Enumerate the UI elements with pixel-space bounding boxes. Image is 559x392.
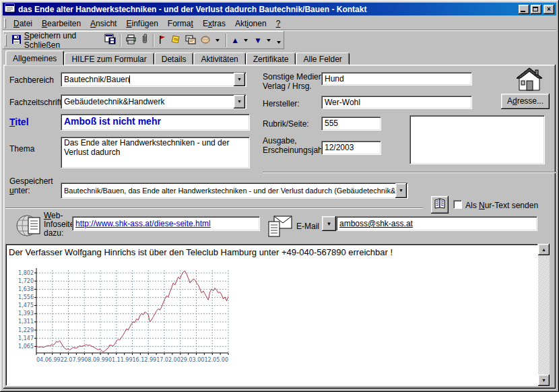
menu-ansicht[interactable]: Ansicht bbox=[86, 18, 121, 30]
close-icon: × bbox=[547, 5, 551, 13]
scroll-up-button[interactable]: ▲ bbox=[538, 244, 550, 255]
text-caret bbox=[129, 75, 130, 84]
svg-text:1,802: 1,802 bbox=[18, 270, 34, 276]
tab-zertifikate[interactable]: Zertifikate bbox=[246, 53, 296, 65]
hersteller-label: Hersteller: bbox=[263, 99, 300, 108]
printer-icon bbox=[125, 34, 137, 46]
contact-card-icon bbox=[185, 34, 196, 46]
menu-hilfe[interactable]: ? bbox=[271, 18, 286, 30]
ausgabe-field[interactable]: 12/2003 bbox=[321, 141, 381, 155]
next-item-button[interactable]: ▼ bbox=[252, 33, 275, 48]
toolbar-options-icon[interactable] bbox=[277, 41, 281, 44]
toolbar-separator bbox=[153, 34, 154, 47]
scroll-down-button[interactable]: ▼ bbox=[538, 374, 550, 386]
close-button[interactable]: × bbox=[544, 5, 554, 14]
menu-einfuegen[interactable]: Einfügen bbox=[121, 18, 162, 30]
scroll-down-icon: ▼ bbox=[541, 378, 546, 383]
email-dropdown-button[interactable]: ▼ bbox=[322, 216, 336, 231]
titel-field[interactable]: Amboß ist nicht mehr bbox=[61, 114, 250, 131]
window-title: das Ende alter Handwerkstechniken - und … bbox=[18, 5, 517, 14]
category-note-icon bbox=[170, 34, 181, 46]
menu-datei[interactable]: Datei bbox=[9, 18, 37, 30]
menu-bearbeiten[interactable]: Bearbeiten bbox=[37, 18, 86, 30]
address-book-button[interactable] bbox=[431, 196, 449, 214]
nav-down-icon: ▼ bbox=[254, 36, 262, 44]
flag-button[interactable] bbox=[156, 33, 168, 48]
hand-dial-icon bbox=[200, 34, 211, 46]
email-icon bbox=[266, 214, 294, 243]
save-and-new-button[interactable] bbox=[102, 33, 118, 48]
chevron-down-icon: ▼ bbox=[237, 73, 242, 86]
chevron-down-icon: ▼ bbox=[237, 96, 242, 108]
web-infoseite-label: Web- Infoseite dazu: bbox=[44, 211, 74, 238]
separator-line bbox=[5, 207, 423, 209]
previous-item-button[interactable]: ▲ bbox=[229, 33, 252, 48]
maximize-icon bbox=[533, 7, 538, 11]
svg-text:1,475: 1,475 bbox=[18, 302, 34, 308]
nur-text-checkbox[interactable] bbox=[453, 200, 462, 209]
thema-label: Thema bbox=[9, 144, 34, 154]
gespeichert-unter-combobox[interactable]: Bautechnik/Bauen, das Ende alter Handwer… bbox=[61, 183, 408, 199]
tab-details[interactable]: Details bbox=[154, 53, 194, 65]
menubar-grip[interactable] bbox=[4, 18, 6, 28]
svg-text:1,638: 1,638 bbox=[18, 286, 34, 292]
stock-chart: 1,8021,7201,6381,5561,4751,3931,3111,229… bbox=[18, 266, 234, 371]
autodial-button[interactable] bbox=[198, 33, 224, 48]
svg-text:01.11.99: 01.11.99 bbox=[108, 357, 133, 363]
attach-button[interactable] bbox=[139, 33, 151, 48]
scroll-up-icon: ▲ bbox=[541, 247, 546, 252]
tab-allgemeines[interactable]: Allgemeines bbox=[5, 51, 64, 65]
gespeichert-dropdown-button[interactable]: ▼ bbox=[395, 183, 407, 198]
minimize-button[interactable] bbox=[519, 5, 529, 14]
tab-hilfe-zum-formular[interactable]: HILFE zum Formular bbox=[64, 53, 154, 65]
body-editor[interactable]: Der Verfasser Wolfgang Hinrichs ist über… bbox=[5, 244, 538, 386]
svg-text:1,065: 1,065 bbox=[18, 344, 34, 350]
menu-aktionen[interactable]: Aktionen bbox=[230, 18, 271, 30]
nur-text-label: Als Nur-Text senden bbox=[465, 201, 538, 210]
fachzeitschrift-combobox[interactable]: Gebäudetechnik&Handwerk ▼ bbox=[61, 94, 246, 109]
svg-text:1,393: 1,393 bbox=[18, 311, 34, 317]
menu-format[interactable]: Format bbox=[163, 18, 198, 30]
email-address[interactable]: amboss@shk-ass.at bbox=[339, 219, 413, 228]
svg-text:29.03.00: 29.03.00 bbox=[180, 357, 205, 363]
floppy-icon bbox=[11, 34, 22, 46]
categories-button[interactable] bbox=[168, 33, 183, 48]
print-button[interactable] bbox=[123, 33, 139, 48]
save-and-close-button[interactable]: Speichern und Schließen bbox=[9, 33, 102, 48]
web-url-link[interactable]: http://www.shk-ass.at/diese-seite.html bbox=[75, 219, 211, 228]
notes-field[interactable] bbox=[409, 115, 545, 164]
title-bar[interactable]: das Ende alter Handwerkstechniken - und … bbox=[3, 3, 556, 15]
email-field[interactable]: amboss@shk-ass.at bbox=[336, 216, 537, 231]
fachzeitschrift-dropdown-button[interactable]: ▼ bbox=[234, 95, 245, 108]
contact-form-window: das Ende alter Handwerkstechniken - und … bbox=[0, 0, 559, 392]
sonstige-medien-label: Sonstige Medien,Verlag / Hrsg. bbox=[263, 72, 325, 91]
svg-text:08.09.99: 08.09.99 bbox=[84, 357, 108, 363]
menu-extras[interactable]: Extras bbox=[198, 18, 230, 30]
thema-field[interactable]: Das Ende alter Handwerkstechniken - und … bbox=[61, 137, 250, 168]
sonstige-medien-field[interactable]: Hund bbox=[321, 72, 472, 86]
minimize-icon bbox=[521, 11, 525, 12]
web-url-field[interactable]: http://www.shk-ass.at/diese-seite.html bbox=[72, 216, 260, 231]
adresse-button[interactable]: Adresse... bbox=[501, 94, 550, 109]
fachbereich-dropdown-button[interactable]: ▼ bbox=[234, 73, 245, 86]
vertical-scrollbar[interactable]: ▲ ▼ bbox=[538, 244, 550, 386]
rubrik-seite-field[interactable]: 555 bbox=[321, 117, 381, 131]
hersteller-field[interactable]: Wer-Wohl bbox=[321, 96, 472, 109]
save-and-close-label: Speichern und Schließen bbox=[24, 31, 100, 50]
fachbereich-combobox[interactable]: Bautechnik/Bauen ▼ bbox=[61, 72, 246, 87]
tab-strip: Allgemeines HILFE zum Formular Details A… bbox=[5, 51, 350, 65]
toolbar-separator bbox=[120, 34, 121, 47]
toolbar-grip[interactable] bbox=[5, 34, 7, 46]
maximize-button[interactable] bbox=[531, 5, 541, 14]
menu-bar: Datei Bearbeiten Ansicht Einfügen Format… bbox=[3, 17, 556, 30]
ausgabe-label: Ausgabe,Erscheinungsjahr: bbox=[263, 136, 327, 155]
fachbereich-label: Fachbereich bbox=[9, 75, 54, 85]
email-label: E-Mail bbox=[296, 222, 319, 231]
next-item-dropdown-icon bbox=[267, 39, 271, 42]
move-contact-button[interactable] bbox=[183, 33, 198, 48]
tab-alle-felder[interactable]: Alle Felder bbox=[296, 53, 349, 65]
nav-up-icon: ▲ bbox=[231, 36, 239, 44]
chevron-down-icon: ▼ bbox=[327, 221, 332, 227]
tab-aktivitaeten[interactable]: Aktivitäten bbox=[193, 53, 245, 65]
body-message: Der Verfasser Wolfgang Hinrichs ist über… bbox=[9, 247, 534, 257]
